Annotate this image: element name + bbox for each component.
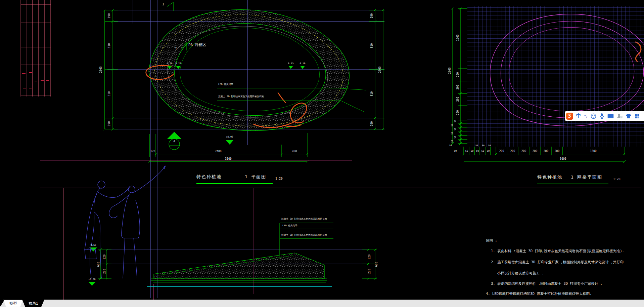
dim-total-label: 2000 (379, 66, 381, 73)
dim-label: 50 (471, 150, 473, 152)
drawing-scale: 1:20 (275, 177, 283, 180)
dim-label: 200 (521, 150, 526, 153)
dim-label: 200 (533, 150, 537, 153)
human-figures (85, 166, 166, 278)
note-line: 2. 施工前期需由混凝土 3D 打印专业厂家 ,根据控制外形及尺寸深化设计 ,并… (491, 260, 624, 264)
dim-label: 200 (555, 150, 559, 153)
section-annotation: 混凝土 3D 打印浅米灰色天然花岗岩仿石面 (281, 218, 327, 220)
note-line: 4. LED暗藏灯带暗藏灯槽同3D 混凝土打印种植池暗藏灯带大样图. (486, 292, 592, 296)
dim-label: 50 (451, 132, 453, 135)
dim-total-label: 3000 (560, 158, 566, 160)
dim-label: 50 (475, 145, 478, 147)
dim-label: 50 (451, 140, 453, 143)
toolbox-icon[interactable] (635, 114, 640, 119)
note-line: 小样设计方确认后方可施工 . (497, 271, 544, 275)
dim-label: 50 (454, 136, 457, 139)
construction-lines (106, 0, 384, 298)
tab-layout1[interactable]: 布局1 (22, 300, 44, 307)
dim-label: 50 (476, 150, 479, 152)
dim-label: 50 (454, 150, 457, 152)
titleblock-table (21, 0, 51, 97)
dim-label: 2400 (215, 150, 221, 153)
dim-label: 320 (103, 255, 106, 259)
dim-label: 190 (108, 121, 111, 126)
section-view (147, 253, 332, 286)
datum-level: ±0.00 (88, 278, 95, 281)
surface-annotation: 混凝土 3D 打印浅米灰色天然花岗岩仿石面 (218, 95, 264, 98)
dim-total-label: 2000 (449, 67, 451, 74)
emoji-icon[interactable] (591, 113, 596, 119)
cad-viewport[interactable]: 1 1 PA 种植区 LED 暖黄灯带 混凝土 3D 打印浅米灰色天然花岗岩仿石… (0, 0, 644, 307)
dim-label: 810 (371, 91, 373, 96)
dim-label: 50 (451, 124, 453, 126)
dim-label: 810 (108, 43, 111, 48)
dim-label: 190 (108, 13, 111, 18)
spot-level: 0.15 (288, 63, 294, 65)
dim-label: 200 (457, 85, 459, 89)
dim-label: 1800 (590, 150, 596, 153)
dim-label: 190 (371, 121, 373, 126)
drawing-title-type: 平面图 (251, 175, 266, 179)
dim-label: 200 (457, 97, 459, 102)
layout-tab-bar: 模型 布局1 (0, 300, 644, 307)
dim-total-label: 2000 (100, 66, 102, 73)
cut-number-label: 1 (162, 3, 164, 6)
dim-label: 50 (454, 120, 457, 122)
notes-heading: 说明 : (486, 239, 497, 242)
spot-level: 0.23 (176, 63, 181, 65)
dim-label: 50 (454, 128, 457, 130)
cut-number-label: 1 (175, 47, 177, 51)
dim-label: 200 (499, 150, 504, 153)
led-annotation: LED 暖黄灯带 (218, 83, 233, 86)
drawing-title-type: 网格平面图 (577, 175, 602, 179)
dim-label: 190 (371, 13, 373, 18)
chinese-mode-icon[interactable]: 中 (576, 113, 581, 119)
punctuation-icon[interactable]: °, (584, 114, 588, 118)
spot-level: 0.10 (300, 63, 306, 65)
planting-pool-plan (149, 10, 349, 131)
title-underlines (196, 184, 608, 184)
keyboard-icon[interactable] (607, 114, 614, 118)
section-annotation: LED 暖黄灯带 (282, 225, 297, 227)
dim-total-label: 600 (375, 262, 378, 267)
dim-label: 320 (368, 255, 371, 259)
dim-total-label: 600 (97, 262, 100, 267)
dim-label: 50 (465, 150, 468, 152)
drawing-title: 特色种植池 (196, 175, 222, 179)
dim-label: 50 (482, 145, 485, 147)
dim-label: 200 (457, 72, 459, 77)
dim-label: 280 (368, 269, 371, 274)
dim-label: 50 (487, 150, 490, 152)
dim-label: 280 (103, 269, 106, 274)
spot-level: 0.60 (91, 244, 96, 246)
dim-label: 120 (150, 150, 155, 153)
section-letter-dash: - (173, 146, 175, 149)
note-line: 3. 表皮内部结构及连接构件 ,同时由混凝土 3D 打印专业厂家设计 . (491, 282, 602, 285)
grid-plan (467, 6, 644, 147)
datum-level: ±0.00 (226, 136, 233, 138)
spot-level: 0.20 (167, 63, 173, 65)
tab-model[interactable]: 模型 (3, 300, 23, 307)
dim-label: 1200 (457, 34, 459, 41)
ime-toolbar[interactable]: S 中 °, 15 (565, 111, 644, 121)
drawing-title-no: 1 (571, 175, 574, 179)
dim-label: 810 (371, 43, 373, 48)
dim-label: 50 (488, 145, 491, 147)
skin-icon[interactable] (626, 114, 632, 119)
dim-label: 200 (544, 150, 548, 153)
drawing-title-no: 1 (245, 175, 248, 179)
sogou-logo-icon[interactable]: S (566, 113, 573, 120)
dim-label: 50 (449, 145, 452, 147)
account-badge: 15 (620, 116, 623, 118)
note-line: 1. 表皮材料 :混凝土 3D 打印,浅米灰色天然花岗岩仿石面(以面层确定样板为… (491, 249, 624, 253)
dim-label: 200 (510, 150, 515, 153)
sheet-lines (40, 161, 641, 300)
dim-label: 200 (457, 110, 459, 115)
dim-label: 480 (292, 150, 297, 153)
dim-label: 810 (108, 91, 111, 96)
microphone-icon[interactable] (599, 113, 604, 119)
account-icon[interactable]: 15 (617, 113, 623, 119)
drawing-title: 特色种植池 (537, 175, 562, 179)
section-letter: A (173, 140, 175, 143)
drawing-scale: 1:20 (613, 178, 620, 181)
